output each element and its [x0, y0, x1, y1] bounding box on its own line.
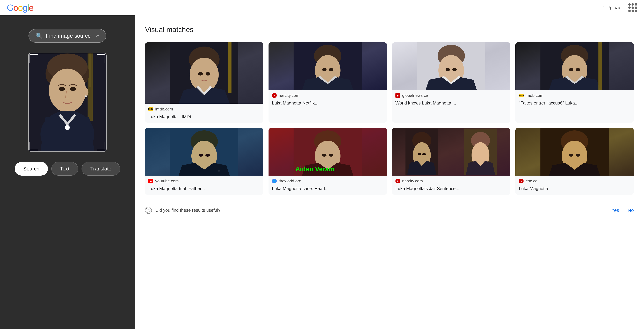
svg-point-13 [65, 125, 70, 130]
header-left: Google [7, 2, 34, 13]
feedback-no-button[interactable]: No [628, 208, 634, 213]
imdb-favicon-1: IMDb [148, 107, 153, 111]
mode-buttons: Search Text Translate [15, 162, 120, 176]
match-title-3: World knows Luka Magnotta ... [396, 100, 507, 106]
match-image-1 [145, 42, 264, 104]
match-card-7[interactable]: ≡ narcity.com Luka Magnotta's Jail Sente… [392, 128, 510, 195]
translate-mode-button[interactable]: Translate [82, 162, 120, 176]
svg-point-10 [70, 87, 76, 91]
source-name-7: narcity.com [402, 179, 423, 183]
external-link-icon: ↗ [95, 33, 99, 39]
svg-point-59 [422, 153, 426, 155]
apps-grid-icon[interactable] [628, 3, 637, 12]
match-card-6[interactable]: Aiden Veram 🌐 theworld.org Luka Magnotta… [268, 128, 387, 195]
globalnews-favicon: ▶ [396, 93, 400, 98]
match-card-4[interactable]: IMDb imdb.com "Faites entrer l'accusé" L… [515, 42, 634, 123]
match-info-5: ▶ youtube.com Luka Magnotta trial: Fathe… [145, 176, 264, 195]
narcity-favicon-2: ≡ [396, 179, 400, 183]
source-name-8: cbc.ca [526, 179, 538, 183]
match-info-4: IMDb imdb.com "Faites entrer l'accusé" L… [515, 90, 634, 109]
svg-point-37 [569, 68, 573, 71]
visual-matches-grid: IMDb imdb.com Luka Magnotta - IMDb [145, 42, 634, 195]
svg-point-52 [329, 154, 333, 157]
match-source-5: ▶ youtube.com [148, 179, 260, 183]
svg-point-26 [329, 68, 333, 71]
youtube-favicon: ▶ [148, 179, 153, 183]
match-image-3 [392, 42, 510, 90]
feedback-icon: 💬 [145, 207, 152, 214]
match-info-1: IMDb imdb.com Luka Magnotta - IMDb [145, 104, 264, 123]
svg-text:©: © [218, 169, 220, 173]
match-card-5[interactable]: © ▶ youtube.com Luka Magnotta trial: Fat… [145, 128, 264, 195]
svg-point-51 [322, 154, 326, 157]
match-title-2: Luka Magnotta Netflix... [272, 100, 384, 106]
svg-point-68 [569, 154, 573, 157]
uploaded-image[interactable] [28, 53, 106, 152]
feedback-yes-button[interactable]: Yes [612, 208, 619, 213]
svg-text:Aiden Veram: Aiden Veram [295, 166, 334, 173]
source-name-3: globalnews.ca [402, 93, 428, 98]
svg-point-19 [206, 72, 210, 75]
match-title-8: Luka Magnotta [519, 185, 630, 192]
image-preview [29, 53, 106, 151]
match-title-1: Luka Magnotta - IMDb [148, 113, 260, 120]
svg-point-32 [452, 68, 457, 71]
upload-button[interactable]: ↑ Upload [602, 4, 622, 11]
match-card-3[interactable]: ▶ globalnews.ca World knows Luka Magnott… [392, 42, 510, 123]
main-content: 🔍 Find image source ↗ [0, 15, 644, 329]
match-source-2: ≡ narcity.com [272, 93, 384, 98]
header: Google ↑ Upload [0, 0, 644, 15]
selection-corner-tr [97, 54, 105, 63]
source-name-6: theworld.org [279, 179, 301, 183]
selection-corner-br [97, 142, 105, 150]
section-title: Visual matches [145, 25, 634, 34]
text-mode-button[interactable]: Text [51, 162, 78, 176]
match-source-6: 🌐 theworld.org [272, 179, 384, 183]
svg-rect-20 [228, 42, 232, 93]
match-title-4: "Faites entrer l'accusé" Luka... [519, 100, 630, 106]
match-source-8: ● cbc.ca [519, 179, 630, 183]
search-mode-button[interactable]: Search [15, 162, 48, 176]
match-image-7 [392, 128, 510, 176]
google-logo: Google [7, 2, 34, 13]
svg-point-38 [576, 68, 580, 71]
svg-point-58 [418, 153, 421, 155]
match-card-2[interactable]: ≡ narcity.com Luka Magnotta Netflix... [268, 42, 387, 123]
svg-point-11 [84, 88, 88, 96]
source-name-1: imdb.com [155, 107, 173, 111]
match-image-6: Aiden Veram [268, 128, 387, 176]
match-image-2 [268, 42, 387, 90]
match-title-6: Luka Magnotta case: Head... [272, 185, 384, 192]
match-title-5: Luka Magnotta trial: Father... [148, 185, 260, 192]
match-info-7: ≡ narcity.com Luka Magnotta's Jail Sente… [392, 176, 510, 195]
selection-corner-tl [30, 54, 38, 63]
left-panel: 🔍 Find image source ↗ [0, 15, 135, 329]
person-silhouette [29, 53, 106, 151]
svg-point-6 [49, 69, 86, 112]
match-card-8[interactable]: ● cbc.ca Luka Magnotta [515, 128, 634, 195]
find-image-source-button[interactable]: 🔍 Find image source ↗ [28, 29, 106, 43]
imdb-favicon-2: IMDb [519, 94, 524, 97]
match-source-7: ≡ narcity.com [396, 179, 507, 183]
svg-point-18 [198, 72, 203, 75]
svg-point-44 [198, 154, 203, 157]
match-info-2: ≡ narcity.com Luka Magnotta Netflix... [268, 90, 387, 109]
match-info-6: 🌐 theworld.org Luka Magnotta case: Head.… [268, 176, 387, 195]
match-source-1: IMDb imdb.com [148, 107, 260, 111]
svg-point-9 [59, 87, 65, 91]
svg-point-45 [206, 154, 210, 157]
match-source-3: ▶ globalnews.ca [396, 93, 507, 98]
upload-arrow-icon: ↑ [602, 4, 604, 11]
find-image-label: Find image source [46, 33, 91, 39]
lens-search-icon: 🔍 [36, 32, 43, 39]
match-card-1[interactable]: IMDb imdb.com Luka Magnotta - IMDb [145, 42, 264, 123]
match-info-3: ▶ globalnews.ca World knows Luka Magnott… [392, 90, 510, 109]
right-panel: Visual matches [135, 15, 644, 329]
svg-point-31 [446, 68, 450, 71]
upload-label: Upload [606, 5, 622, 10]
match-image-4 [515, 42, 634, 90]
source-name-5: youtube.com [155, 179, 178, 183]
svg-point-16 [190, 58, 219, 92]
feedback-question: Did you find these results useful? [155, 208, 220, 213]
selection-corner-bl [30, 142, 38, 150]
